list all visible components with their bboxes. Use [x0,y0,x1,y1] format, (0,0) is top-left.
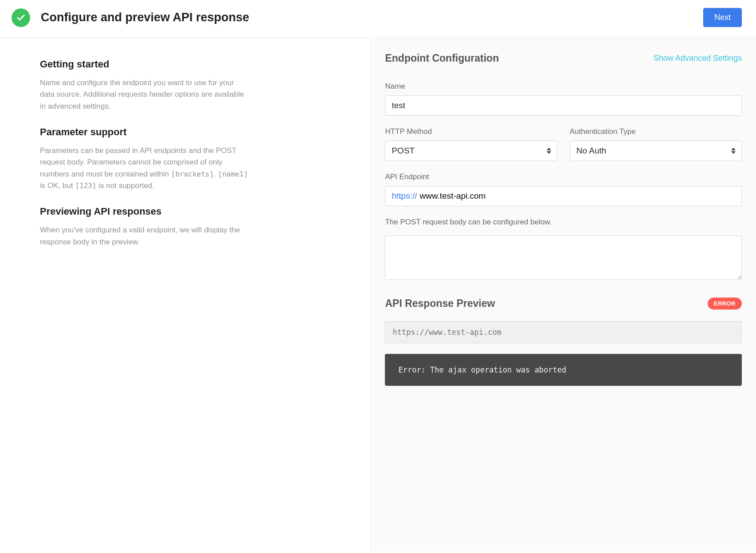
preview-header: API Response Preview ERROR [385,298,742,310]
page-title: Configure and preview API response [41,11,249,24]
endpoint-config-title: Endpoint Configuration [385,52,499,64]
http-method-select[interactable]: POST [385,141,557,161]
http-method-select-wrap: POST [385,141,557,161]
header-left: Configure and preview API response [12,8,249,27]
check-circle-icon [12,8,30,27]
param-text-mid: is OK, but [40,181,75,190]
error-badge: ERROR [708,298,742,310]
api-endpoint-field-group: API Endpoint https:// [385,173,742,206]
parameter-support-body: Parameters can be passed in API endpoint… [40,145,248,192]
show-advanced-settings-link[interactable]: Show Advanced Settings [654,54,742,63]
main-content: Getting started Name and configure the e… [0,38,756,551]
param-text-post: is not supported. [97,181,154,190]
previewing-body: When you've configured a valid endpoint,… [40,224,248,248]
preview-error-box: Error: The ajax operation was aborted [385,354,742,386]
auth-type-label: Authentication Type [570,127,742,136]
name-label: Name [385,82,742,91]
name-input[interactable] [385,95,742,116]
auth-type-field-group: Authentication Type No Auth [570,127,742,161]
endpoint-config-header: Endpoint Configuration Show Advanced Set… [385,52,742,64]
http-method-label: HTTP Method [385,127,557,136]
method-auth-row: HTTP Method POST Authentication Type No … [385,127,742,161]
previewing-heading: Previewing API responses [40,206,344,217]
param-code-brackets: [brackets] [171,170,214,178]
api-endpoint-wrap: https:// [385,186,742,206]
api-endpoint-scheme: https:// [392,191,417,201]
auth-type-select[interactable]: No Auth [570,141,742,161]
getting-started-body: Name and configure the endpoint you want… [40,77,248,112]
auth-type-select-wrap: No Auth [570,141,742,161]
post-body-hint: The POST request body can be configured … [385,218,742,227]
preview-url-box: https://www.test-api.com [385,321,742,343]
page-header: Configure and preview API response Next [0,0,756,38]
getting-started-heading: Getting started [40,59,344,70]
name-field-group: Name [385,82,742,116]
param-sep1: . [214,170,218,178]
api-endpoint-input[interactable] [419,191,735,201]
parameter-support-heading: Parameter support [40,126,344,138]
api-response-preview-title: API Response Preview [385,298,495,310]
http-method-field-group: HTTP Method POST [385,127,557,161]
right-column: Endpoint Configuration Show Advanced Set… [370,38,756,551]
next-button[interactable]: Next [703,8,742,27]
post-body-textarea[interactable] [385,235,742,280]
param-code-name1: [name1] [218,170,248,178]
api-endpoint-label: API Endpoint [385,173,742,181]
left-column: Getting started Name and configure the e… [0,38,370,551]
param-code-123: [123] [75,181,96,190]
